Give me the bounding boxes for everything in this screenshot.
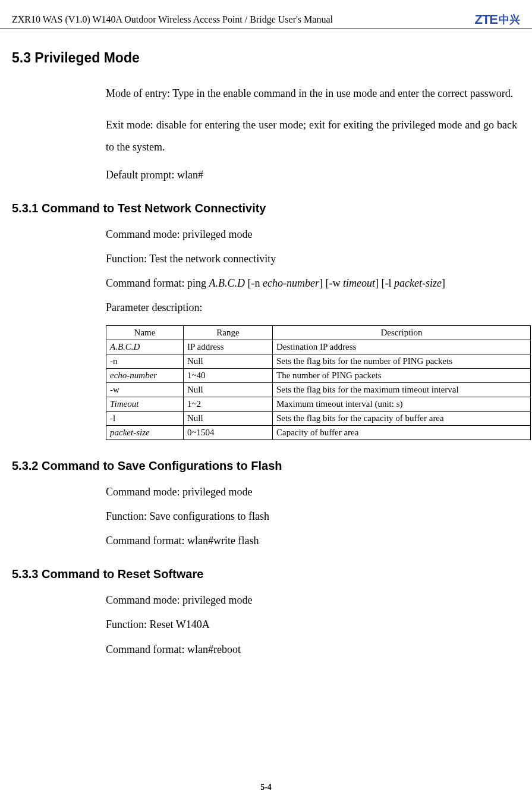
page-footer: 5-4 bbox=[0, 783, 532, 792]
table-cell-range: Null bbox=[184, 382, 273, 397]
table-cell-desc: Maximum timeout interval (unit: s) bbox=[273, 397, 531, 411]
table-header-desc: Description bbox=[273, 325, 531, 340]
section-para-3: Default prompt: wlan# bbox=[106, 168, 517, 183]
sub1-function: Function: Test the network connectivity bbox=[106, 252, 517, 266]
cmd-echo: echo-number bbox=[263, 277, 319, 289]
sub3-function: Function: Reset W140A bbox=[106, 617, 517, 632]
page-number: 5-4 bbox=[260, 783, 272, 792]
logo: ZTE 中兴 bbox=[474, 12, 520, 27]
table-cell-desc: Sets the flag bits for the capacity of b… bbox=[273, 411, 531, 425]
cmd-abcd: A.B.C.D bbox=[209, 277, 245, 289]
table-row: echo-number1~40The number of PING packet… bbox=[106, 368, 531, 382]
table-header-range: Range bbox=[184, 325, 273, 340]
sub2-function: Function: Save configurations to flash bbox=[106, 509, 517, 524]
table-cell-desc: Sets the flag bits for the maximum timeo… bbox=[273, 382, 531, 397]
table-cell-desc: Capacity of buffer area bbox=[273, 425, 531, 439]
table-cell-range: Null bbox=[184, 411, 273, 425]
cmd-end: ] bbox=[442, 277, 445, 289]
table-cell-name: packet-size bbox=[106, 425, 184, 439]
table-cell-name: -n bbox=[106, 354, 184, 368]
subsection-1-heading: 5.3.1 Command to Test Network Connectivi… bbox=[12, 202, 520, 215]
table-row: -wNullSets the flag bits for the maximum… bbox=[106, 382, 531, 397]
table-cell-range: IP address bbox=[184, 340, 273, 354]
cmd-packet: packet-size bbox=[394, 277, 442, 289]
table-cell-desc: Destination IP address bbox=[273, 340, 531, 354]
logo-chinese: 中兴 bbox=[499, 12, 520, 27]
subsection-3-heading: 5.3.3 Command to Reset Software bbox=[12, 567, 520, 581]
cmd-timeout: timeout bbox=[343, 277, 375, 289]
section-para-2: Exit mode: disable for entering the user… bbox=[106, 114, 517, 158]
table-cell-range: 1~40 bbox=[184, 368, 273, 382]
table-cell-range: 1~2 bbox=[184, 397, 273, 411]
section-para-1: Mode of entry: Type in the enable comman… bbox=[106, 83, 517, 105]
sub1-mode: Command mode: privileged mode bbox=[106, 227, 517, 242]
cmd-n: [-n bbox=[245, 277, 263, 289]
table-row: Timeout1~2Maximum timeout interval (unit… bbox=[106, 397, 531, 411]
table-row: -lNullSets the flag bits for the capacit… bbox=[106, 411, 531, 425]
page-header: ZXR10 WAS (V1.0) W140A Outdoor Wireless … bbox=[0, 12, 532, 29]
table-header-name: Name bbox=[106, 325, 184, 340]
cmd-w: ] [-w bbox=[319, 277, 343, 289]
logo-text: ZTE bbox=[474, 12, 498, 27]
table-row: -nNullSets the flag bits for the number … bbox=[106, 354, 531, 368]
table-cell-range: Null bbox=[184, 354, 273, 368]
table-cell-desc: Sets the flag bits for the number of PIN… bbox=[273, 354, 531, 368]
table-cell-name: Timeout bbox=[106, 397, 184, 411]
subsection-2-heading: 5.3.2 Command to Save Configurations to … bbox=[12, 459, 520, 473]
table-header-row: Name Range Description bbox=[106, 325, 531, 340]
header-title: ZXR10 WAS (V1.0) W140A Outdoor Wireless … bbox=[12, 14, 333, 25]
sub2-mode: Command mode: privileged mode bbox=[106, 485, 517, 500]
sub1-command-format: Command format: ping A.B.C.D [-n echo-nu… bbox=[106, 276, 517, 291]
table-cell-name: echo-number bbox=[106, 368, 184, 382]
parameter-table: Name Range Description A.B.C.DIP address… bbox=[106, 325, 531, 440]
sub3-mode: Command mode: privileged mode bbox=[106, 593, 517, 608]
sub3-command-format: Command format: wlan#reboot bbox=[106, 642, 517, 657]
content: 5.3 Privileged Mode Mode of entry: Type … bbox=[0, 50, 532, 657]
sub2-command-format: Command format: wlan#write flash bbox=[106, 533, 517, 548]
cmd-l: ] [-l bbox=[375, 277, 394, 289]
table-row: A.B.C.DIP addressDestination IP address bbox=[106, 340, 531, 354]
cmd-prefix: Command format: ping bbox=[106, 277, 209, 289]
table-cell-name: -l bbox=[106, 411, 184, 425]
table-cell-name: -w bbox=[106, 382, 184, 397]
table-row: packet-size0~1504Capacity of buffer area bbox=[106, 425, 531, 439]
section-heading: 5.3 Privileged Mode bbox=[12, 50, 520, 66]
sub1-param-label: Parameter description: bbox=[106, 300, 517, 315]
table-cell-name: A.B.C.D bbox=[106, 340, 184, 354]
table-cell-desc: The number of PING packets bbox=[273, 368, 531, 382]
table-cell-range: 0~1504 bbox=[184, 425, 273, 439]
